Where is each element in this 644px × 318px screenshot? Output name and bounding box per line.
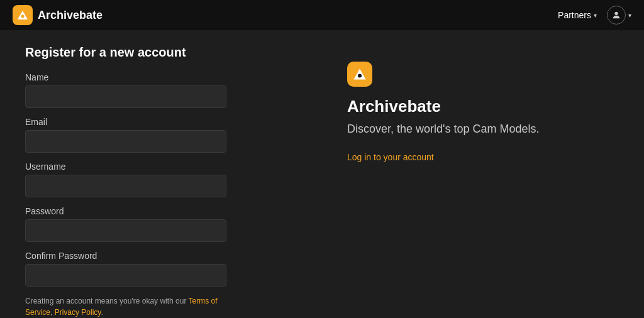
- brand-logo-icon: [13, 5, 33, 25]
- password-input[interactable]: [25, 219, 226, 242]
- terms-text-prefix: Creating an account means you're okay wi…: [25, 297, 189, 305]
- confirm-password-field-group: Confirm Password: [25, 251, 291, 287]
- email-label: Email: [25, 117, 291, 127]
- email-input[interactable]: [25, 130, 226, 153]
- brand[interactable]: Archivebate: [13, 5, 103, 25]
- promo-panel: Archivebate Discover, the world's top Ca…: [316, 30, 644, 318]
- brand-name: Archivebate: [38, 9, 103, 22]
- user-menu[interactable]: ▾: [607, 6, 631, 25]
- partners-chevron-icon: ▾: [594, 12, 597, 19]
- user-avatar-icon: [607, 6, 626, 25]
- confirm-password-input[interactable]: [25, 264, 226, 287]
- name-label: Name: [25, 72, 291, 82]
- svg-point-2: [614, 12, 618, 15]
- password-label: Password: [25, 206, 291, 216]
- username-label: Username: [25, 162, 291, 172]
- username-field-group: Username: [25, 162, 291, 197]
- promo-logo-icon: [347, 62, 372, 87]
- terms-comma: ,: [50, 308, 55, 317]
- partners-menu[interactable]: Partners ▾: [558, 10, 597, 20]
- form-title: Register for a new account: [25, 45, 291, 60]
- svg-point-1: [21, 15, 25, 18]
- svg-point-4: [358, 74, 362, 77]
- confirm-password-label: Confirm Password: [25, 251, 291, 261]
- password-field-group: Password: [25, 206, 291, 242]
- login-link[interactable]: Log in to your account: [347, 152, 613, 162]
- name-input[interactable]: [25, 85, 226, 108]
- privacy-policy-link[interactable]: Privacy Policy: [55, 308, 101, 317]
- main-content: Register for a new account Name Email Us…: [0, 30, 644, 318]
- navbar-right: Partners ▾ ▾: [558, 6, 631, 25]
- terms-period: .: [101, 308, 103, 317]
- email-field-group: Email: [25, 117, 291, 153]
- promo-title: Archivebate: [347, 97, 613, 116]
- user-chevron-icon: ▾: [628, 12, 631, 19]
- terms-text: Creating an account means you're okay wi…: [25, 295, 226, 318]
- promo-subtitle: Discover, the world's top Cam Models.: [347, 121, 613, 137]
- partners-label: Partners: [558, 10, 591, 20]
- username-input[interactable]: [25, 175, 226, 197]
- name-field-group: Name: [25, 72, 291, 108]
- register-form-panel: Register for a new account Name Email Us…: [0, 30, 316, 318]
- navbar: Archivebate Partners ▾ ▾: [0, 0, 644, 30]
